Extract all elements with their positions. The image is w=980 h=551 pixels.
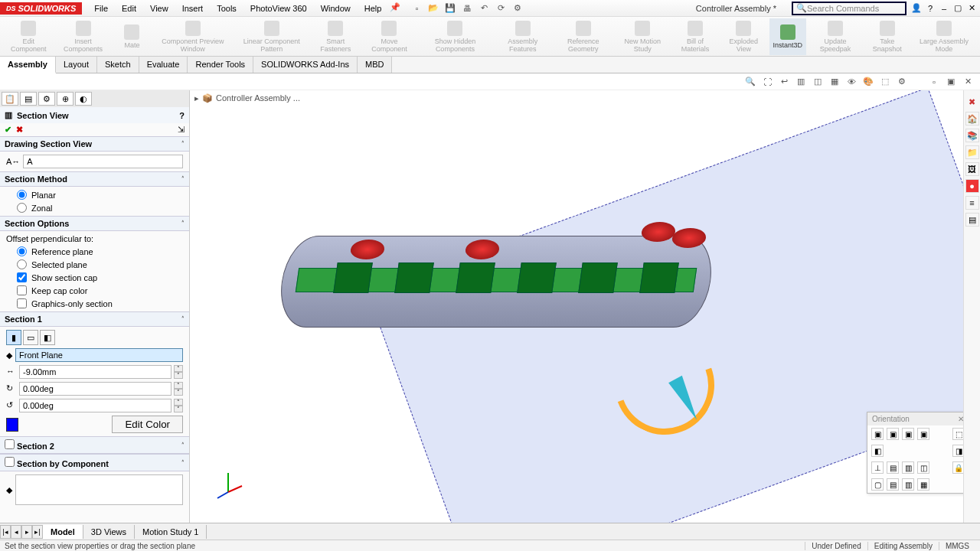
top-plane-button[interactable]: ▭: [23, 330, 38, 345]
spinner-down-icon[interactable]: ˅: [174, 389, 183, 396]
graphics-viewport[interactable]: ▸ 📦 Controller Assembly ... Orientation✕: [190, 90, 980, 523]
roty-input[interactable]: [19, 399, 172, 412]
section2-enable-check[interactable]: [5, 439, 15, 449]
breadcrumb-expand-icon[interactable]: ▸: [194, 93, 199, 103]
dimxpert-tab-icon[interactable]: ⊕: [57, 92, 74, 106]
check-keepcolor-input[interactable]: [17, 285, 27, 295]
pin-icon[interactable]: 📌: [389, 2, 401, 14]
last-tab-icon[interactable]: ▸|: [32, 525, 43, 539]
print-icon[interactable]: 🖶: [461, 2, 473, 15]
rebuild-icon[interactable]: ⟳: [495, 2, 507, 15]
ribbon-component-preview[interactable]: Component Preview Window: [153, 18, 232, 55]
section-color-swatch[interactable]: [6, 418, 18, 432]
section1-header[interactable]: Section 1˄: [0, 311, 189, 327]
dimetric-icon[interactable]: ◫: [917, 461, 929, 474]
view-settings-icon[interactable]: ⚙: [896, 76, 908, 88]
property-manager-tab-icon[interactable]: ▤: [20, 92, 37, 106]
radio-planar[interactable]: Planar: [6, 190, 183, 200]
ribbon-new-motion-study[interactable]: New Motion Study: [616, 18, 669, 55]
section-view-icon[interactable]: ▥: [795, 76, 807, 88]
tab-assembly[interactable]: Assembly: [0, 57, 56, 73]
open-icon[interactable]: 📂: [427, 2, 439, 15]
ribbon-insert-components[interactable]: Insert Components: [56, 18, 111, 55]
help-pm-icon[interactable]: ?: [179, 111, 185, 120]
chip-3[interactable]: [456, 262, 495, 293]
orientation-header[interactable]: Orientation✕: [867, 412, 969, 425]
menu-view[interactable]: View: [144, 2, 175, 15]
two-h-viewport-icon[interactable]: ▤: [887, 478, 899, 491]
view-right-icon[interactable]: ▣: [917, 428, 929, 440]
radio-refplane[interactable]: Reference plane: [6, 246, 183, 256]
forum-icon[interactable]: ▤: [965, 213, 979, 227]
chip-2[interactable]: [394, 262, 434, 293]
check-showcap[interactable]: Show section cap: [6, 272, 183, 282]
ribbon-move-component[interactable]: Move Component: [364, 18, 416, 55]
tab-sketch[interactable]: Sketch: [97, 57, 139, 73]
radio-zonal-input[interactable]: [17, 203, 27, 213]
view-front-icon[interactable]: ▣: [871, 428, 884, 440]
ribbon-update-speedpak[interactable]: Update Speedpak: [809, 18, 862, 55]
view-left-icon[interactable]: ▣: [902, 428, 914, 440]
normal-to-icon[interactable]: ⊥: [871, 461, 884, 474]
hide-show-icon[interactable]: 👁: [845, 76, 858, 88]
chip-1[interactable]: [333, 262, 373, 293]
view-back-icon[interactable]: ▣: [887, 428, 899, 440]
breadcrumb[interactable]: ▸ 📦 Controller Assembly ...: [190, 90, 305, 106]
spinner-up-icon[interactable]: ˄: [174, 399, 183, 406]
tab-mbd[interactable]: MBD: [358, 57, 392, 73]
view-orient-icon[interactable]: ◫: [812, 76, 824, 88]
custom-props-icon[interactable]: ≡: [965, 196, 979, 210]
check-graphicsonly-input[interactable]: [17, 298, 27, 308]
model-tab[interactable]: Model: [43, 525, 83, 539]
tab-evaluate[interactable]: Evaluate: [139, 57, 188, 73]
design-library-icon[interactable]: 📚: [965, 129, 979, 142]
top-icon[interactable]: ▤: [887, 461, 899, 474]
chip-5[interactable]: [578, 262, 618, 293]
zoom-area-icon[interactable]: ⛶: [761, 76, 773, 88]
appearances-icon[interactable]: ●: [965, 179, 979, 193]
edit-color-button[interactable]: Edit Color: [112, 416, 183, 433]
tab-render-tools[interactable]: Render Tools: [188, 57, 253, 73]
user-icon[interactable]: 👤: [911, 3, 922, 13]
orientation-panel[interactable]: Orientation✕ ▣▣▣▣ ⬚ ◧ ◨ ⊥▤▥◫ 🔒 ▢▤▥▦: [867, 412, 969, 494]
check-graphicsonly[interactable]: Graphics-only section: [6, 298, 183, 308]
menu-help[interactable]: Help: [358, 2, 388, 15]
radio-planar-input[interactable]: [17, 190, 27, 200]
section-by-component-header[interactable]: Section by Component˄: [0, 454, 189, 471]
new-icon[interactable]: ▫: [410, 2, 423, 15]
radio-selplane[interactable]: Selected plane: [6, 259, 183, 269]
two-v-viewport-icon[interactable]: ▥: [902, 478, 914, 491]
radio-zonal[interactable]: Zonal: [6, 203, 183, 213]
section-method-header[interactable]: Section Method˄: [0, 171, 189, 187]
tab-addins[interactable]: SOLIDWORKS Add-Ins: [253, 57, 358, 73]
pushpin-icon[interactable]: ⇲: [178, 125, 185, 135]
minimize-icon[interactable]: –: [939, 4, 949, 13]
ribbon-reference-geometry[interactable]: Reference Geometry: [554, 18, 613, 55]
help-icon[interactable]: ?: [925, 4, 936, 13]
display-style-icon[interactable]: ▦: [828, 76, 841, 88]
view-palette-icon[interactable]: 🖼: [965, 162, 979, 176]
motion-study-tab[interactable]: Motion Study 1: [135, 525, 207, 539]
3dviews-tab[interactable]: 3D Views: [83, 525, 135, 539]
tab-layout[interactable]: Layout: [56, 57, 97, 73]
four-viewport-icon[interactable]: ▦: [917, 478, 929, 491]
next-tab-icon[interactable]: ▸: [21, 525, 32, 539]
feature-manager-tab-icon[interactable]: 📋: [2, 92, 18, 106]
prev-view-icon[interactable]: ↩: [778, 76, 790, 88]
doc-close-icon[interactable]: ✕: [962, 76, 974, 88]
save-icon[interactable]: 💾: [444, 2, 456, 15]
maximize-icon[interactable]: ▢: [952, 3, 963, 13]
view-triad[interactable]: [213, 469, 243, 500]
drawing-label-input[interactable]: [23, 155, 183, 168]
spinner-down-icon[interactable]: ˅: [174, 406, 183, 412]
display-manager-tab-icon[interactable]: ◐: [75, 92, 92, 106]
chip-4[interactable]: [517, 262, 557, 293]
home-icon[interactable]: 🏠: [965, 112, 979, 126]
spinner-down-icon[interactable]: ˅: [174, 372, 183, 379]
search-commands[interactable]: 🔍 Search Commands: [792, 2, 906, 15]
section2-header[interactable]: Section 2˄: [0, 436, 189, 454]
menu-photoview[interactable]: PhotoView 360: [244, 2, 313, 15]
cancel-button[interactable]: ✖: [16, 125, 23, 135]
apply-scene-icon[interactable]: ⬚: [879, 76, 891, 88]
section-options-header[interactable]: Section Options˄: [0, 216, 189, 231]
